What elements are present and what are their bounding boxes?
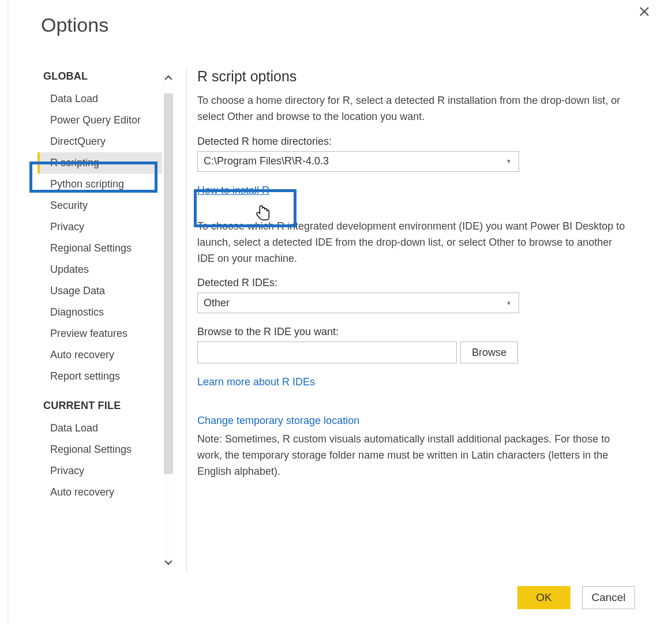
scroll-down-icon[interactable] xyxy=(162,556,175,569)
vertical-divider xyxy=(186,68,187,572)
sidebar-item-r-scripting[interactable]: R scripting xyxy=(37,152,162,174)
options-dialog: Options GLOBAL Data Load Power Query Edi… xyxy=(8,0,672,623)
panel-heading: R script options xyxy=(197,68,632,85)
close-icon xyxy=(639,6,650,17)
ok-button[interactable]: OK xyxy=(517,586,570,609)
browse-ide-label: Browse to the R IDE you want: xyxy=(197,326,632,338)
sidebar-section-global: GLOBAL xyxy=(37,68,162,88)
intro-text: To choose a home directory for R, select… xyxy=(197,93,632,125)
sidebar-item-current-data-load[interactable]: Data Load xyxy=(37,418,162,439)
dialog-footer: OK Cancel xyxy=(517,586,635,609)
sidebar-item-current-auto-recovery[interactable]: Auto recovery xyxy=(37,482,162,503)
learn-more-ides-link[interactable]: Learn more about R IDEs xyxy=(197,376,315,388)
sidebar-item-updates[interactable]: Updates xyxy=(37,259,162,280)
change-temp-storage-link[interactable]: Change temporary storage location xyxy=(197,415,359,426)
sidebar-item-report-settings[interactable]: Report settings xyxy=(37,366,162,387)
sidebar-item-usage-data[interactable]: Usage Data xyxy=(37,280,162,302)
browse-ide-input[interactable] xyxy=(197,341,457,363)
scroll-thumb[interactable] xyxy=(164,93,173,474)
detected-home-label: Detected R home directories: xyxy=(197,136,632,148)
sidebar-item-auto-recovery[interactable]: Auto recovery xyxy=(37,344,162,366)
detected-ide-label: Detected R IDEs: xyxy=(197,277,632,289)
detected-ide-value: Other xyxy=(204,297,230,309)
browse-button[interactable]: Browse xyxy=(460,341,518,363)
cancel-button[interactable]: Cancel xyxy=(582,586,635,609)
sidebar-item-power-query-editor[interactable]: Power Query Editor xyxy=(37,110,162,131)
options-sidebar: GLOBAL Data Load Power Query Editor Dire… xyxy=(37,68,162,572)
sidebar-item-privacy[interactable]: Privacy xyxy=(37,216,162,238)
sidebar-item-data-load[interactable]: Data Load xyxy=(37,88,162,110)
scroll-up-icon[interactable] xyxy=(162,72,175,84)
sidebar-item-diagnostics[interactable]: Diagnostics xyxy=(37,302,162,323)
sidebar-item-current-regional-settings[interactable]: Regional Settings xyxy=(37,439,162,460)
options-main-panel: R script options To choose a home direct… xyxy=(197,68,655,572)
close-button[interactable] xyxy=(637,5,651,18)
sidebar-item-directquery[interactable]: DirectQuery xyxy=(37,131,162,152)
sidebar-item-preview-features[interactable]: Preview features xyxy=(37,323,162,344)
sidebar-item-regional-settings[interactable]: Regional Settings xyxy=(37,238,162,259)
detected-ide-select[interactable]: Other ▼ xyxy=(197,292,519,313)
dialog-title: Options xyxy=(41,14,108,36)
sidebar-item-current-privacy[interactable]: Privacy xyxy=(37,460,162,482)
chevron-down-icon: ▼ xyxy=(506,300,512,306)
detected-home-select[interactable]: C:\Program Files\R\R-4.0.3 ▼ xyxy=(197,151,519,172)
sidebar-section-current-file: CURRENT FILE xyxy=(37,397,162,418)
sidebar-item-security[interactable]: Security xyxy=(37,195,162,216)
sidebar-scrollbar[interactable] xyxy=(162,68,175,572)
chevron-down-icon: ▼ xyxy=(506,158,512,164)
detected-home-value: C:\Program Files\R\R-4.0.3 xyxy=(204,155,329,167)
how-to-install-r-link[interactable]: How to install R xyxy=(197,185,269,196)
ide-intro-text: To choose which R integrated development… xyxy=(197,219,632,267)
temp-storage-note: Note: Sometimes, R custom visuals automa… xyxy=(197,431,632,480)
sidebar-item-python-scripting[interactable]: Python scripting xyxy=(37,174,162,195)
